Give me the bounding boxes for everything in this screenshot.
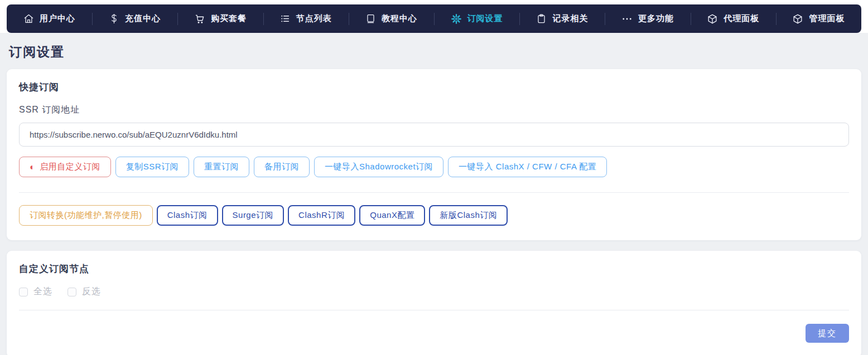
- page-title: 订阅设置: [7, 33, 861, 69]
- button-label: 启用自定义订阅: [40, 162, 100, 172]
- button-label: 备用订阅: [264, 162, 299, 172]
- nav-item-proxy-panel[interactable]: 代理面板: [691, 4, 776, 33]
- format-button-clashr-subscription[interactable]: ClashR订阅: [288, 205, 355, 226]
- custom-nodes-title: 自定义订阅节点: [19, 262, 849, 275]
- button-label: 复制SSR订阅: [126, 162, 179, 172]
- nav-item-label: 购买套餐: [211, 13, 247, 24]
- checkbox[interactable]: [19, 288, 28, 296]
- format-button-quanx-config[interactable]: QuanX配置: [359, 205, 425, 226]
- button-label: Surge订阅: [233, 210, 274, 221]
- nav-item-label: 管理面板: [809, 13, 845, 24]
- checkbox-group-select-all[interactable]: 全选: [19, 286, 52, 298]
- ssr-url-label: SSR 订阅地址: [19, 104, 849, 116]
- checkbox-group-invert-selection[interactable]: 反选: [67, 286, 101, 298]
- action-button-backup-subscription[interactable]: 备用订阅: [254, 157, 310, 177]
- action-button-import-shadowrocket[interactable]: 一键导入Shadowrocket订阅: [314, 157, 443, 177]
- clipboard-icon: [536, 13, 547, 24]
- button-label: Clash订阅: [167, 210, 208, 221]
- cube-icon: [707, 13, 718, 25]
- cube-icon: [792, 13, 803, 25]
- nav-item-label: 用户中心: [40, 13, 75, 24]
- quick-subscription-title: 快捷订阅: [19, 81, 849, 94]
- card-divider: [19, 192, 849, 193]
- nav-item-label: 充值中心: [125, 13, 161, 24]
- checkbox-label: 全选: [33, 286, 52, 298]
- checkbox[interactable]: [67, 288, 76, 296]
- action-button-reset-subscription[interactable]: 重置订阅: [194, 157, 249, 177]
- ssr-url-input[interactable]: [19, 123, 849, 147]
- nav-item-label: 节点列表: [296, 13, 332, 24]
- button-label: 重置订阅: [204, 162, 239, 172]
- nav-item-subscription-settings[interactable]: 订阅设置: [434, 4, 519, 33]
- format-button-new-clash-subscription[interactable]: 新版Clash订阅: [429, 205, 508, 226]
- dollar-icon: [109, 13, 119, 24]
- button-label: 一键导入Shadowrocket订阅: [325, 162, 433, 172]
- nav-item-buy-plan[interactable]: 购买套餐: [177, 4, 263, 33]
- node-select-controls: 全选 反选: [19, 286, 849, 298]
- nav-item-label: 更多功能: [638, 13, 674, 24]
- action-button-import-clashx-cfw-cfa[interactable]: 一键导入 ClashX / CFW / CFA 配置: [448, 157, 607, 177]
- button-label: QuanX配置: [370, 210, 414, 221]
- button-label: 新版Clash订阅: [440, 210, 497, 221]
- format-button-surge-subscription[interactable]: Surge订阅: [222, 205, 284, 226]
- nav-item-label: 记录相关: [552, 13, 588, 24]
- button-label: ClashR订阅: [298, 210, 345, 221]
- half-circle-icon: ◐: [30, 163, 35, 172]
- nav-item-more-features[interactable]: 更多功能: [605, 4, 690, 33]
- home-icon: [23, 13, 34, 24]
- format-button-subscription-convert[interactable]: 订阅转换(功能维护,暂停使用): [19, 205, 153, 226]
- nav-item-user-center[interactable]: 用户中心: [7, 4, 92, 33]
- gear-icon: [451, 13, 462, 25]
- custom-nodes-card: 自定义订阅节点 全选 反选 提交: [7, 251, 861, 355]
- list-icon: [280, 13, 291, 24]
- nav-item-admin-panel[interactable]: 管理面板: [776, 4, 861, 33]
- submit-button[interactable]: 提交: [806, 324, 849, 343]
- nav-item-node-list[interactable]: 节点列表: [263, 4, 349, 33]
- action-button-enable-custom-subscription[interactable]: ◐ 启用自定义订阅: [19, 157, 111, 177]
- button-label: 订阅转换(功能维护,暂停使用): [30, 210, 142, 221]
- nav-item-records[interactable]: 记录相关: [519, 4, 605, 33]
- nav-item-recharge-center[interactable]: 充值中心: [92, 4, 177, 33]
- ellipsis-icon: [621, 13, 633, 25]
- header-band: 用户中心 充值中心 购买套餐 节点列表 教程中心: [0, 0, 868, 33]
- book-icon: [365, 13, 376, 24]
- format-button-clash-subscription[interactable]: Clash订阅: [157, 205, 218, 226]
- nav-item-tutorial-center[interactable]: 教程中心: [349, 4, 434, 33]
- quick-subscription-card: 快捷订阅 SSR 订阅地址 ◐ 启用自定义订阅 复制SSR订阅 重置订阅: [7, 69, 861, 240]
- subscription-actions-row: ◐ 启用自定义订阅 复制SSR订阅 重置订阅 备用订阅: [19, 157, 849, 177]
- action-button-copy-ssr-subscription[interactable]: 复制SSR订阅: [115, 157, 189, 177]
- top-navbar: 用户中心 充值中心 购买套餐 节点列表 教程中心: [7, 4, 861, 33]
- button-label: 一键导入 ClashX / CFW / CFA 配置: [459, 162, 596, 172]
- checkbox-label: 反选: [82, 286, 101, 298]
- nav-item-label: 订阅设置: [467, 13, 503, 24]
- cart-icon: [194, 13, 205, 25]
- nav-item-label: 教程中心: [382, 13, 417, 24]
- nav-item-label: 代理面板: [724, 13, 759, 24]
- submit-row: 提交: [19, 324, 849, 343]
- card-divider: [19, 310, 849, 310]
- page-body: 订阅设置 快捷订阅 SSR 订阅地址 ◐ 启用自定义订阅 复制SSR订阅 重置: [0, 33, 868, 355]
- subscription-formats-row: 订阅转换(功能维护,暂停使用) Clash订阅 Surge订阅 ClashR订阅: [19, 205, 849, 226]
